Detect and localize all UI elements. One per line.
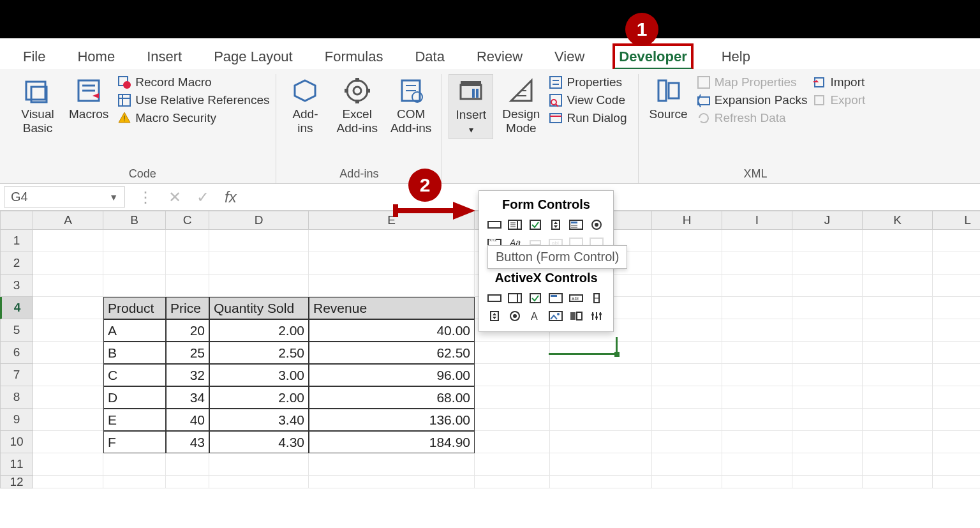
- col-header-A[interactable]: A: [33, 211, 103, 230]
- cell[interactable]: [863, 319, 933, 342]
- tab-home[interactable]: Home: [73, 46, 119, 68]
- cell[interactable]: [475, 476, 550, 488]
- cell[interactable]: [33, 342, 103, 364]
- cell[interactable]: [722, 342, 792, 364]
- table-cell[interactable]: 25: [166, 342, 209, 364]
- ax-more-icon[interactable]: [588, 308, 605, 324]
- ax-textbox-icon[interactable]: abl: [567, 290, 585, 306]
- cell[interactable]: [103, 252, 166, 275]
- cell[interactable]: [792, 319, 863, 342]
- form-spinner-icon[interactable]: [547, 217, 565, 232]
- cell[interactable]: [309, 275, 475, 297]
- cell[interactable]: [933, 297, 980, 319]
- table-cell[interactable]: 2.00: [209, 386, 309, 409]
- cell[interactable]: [209, 453, 309, 476]
- cell[interactable]: [792, 297, 863, 319]
- cell[interactable]: [33, 431, 103, 453]
- table-cell[interactable]: C: [103, 364, 166, 386]
- cell[interactable]: [863, 252, 933, 275]
- row-header-6[interactable]: 6: [0, 342, 33, 364]
- form-option-icon[interactable]: [588, 217, 605, 232]
- cell[interactable]: [652, 409, 722, 431]
- tab-file[interactable]: File: [19, 46, 49, 68]
- tab-view[interactable]: View: [551, 46, 588, 68]
- cell[interactable]: [309, 453, 475, 476]
- record-macro-button[interactable]: Record Macro: [117, 75, 269, 89]
- ax-option-icon[interactable]: [506, 308, 524, 324]
- cell[interactable]: [863, 275, 933, 297]
- excel-addins-button[interactable]: ExcelAdd-ins: [332, 74, 381, 138]
- cell[interactable]: [933, 453, 980, 476]
- cell[interactable]: [652, 476, 722, 488]
- cell[interactable]: [933, 476, 980, 488]
- table-cell[interactable]: 68.00: [309, 386, 475, 409]
- form-button-icon[interactable]: [486, 217, 503, 232]
- cell[interactable]: [652, 297, 722, 319]
- row-header-11[interactable]: 11: [0, 453, 33, 476]
- cell[interactable]: [722, 476, 792, 488]
- design-mode-button[interactable]: DesignMode: [498, 74, 544, 138]
- cell[interactable]: [933, 275, 980, 297]
- run-dialog-button[interactable]: Run Dialog: [549, 111, 627, 125]
- col-header-I[interactable]: I: [722, 211, 792, 230]
- col-header-C[interactable]: C: [166, 211, 209, 230]
- cell[interactable]: [722, 431, 792, 453]
- cell[interactable]: [652, 230, 722, 252]
- expansion-packs-button[interactable]: Expansion Packs: [697, 93, 808, 107]
- ax-image-icon[interactable]: [547, 308, 565, 324]
- cell[interactable]: [33, 297, 103, 319]
- cell[interactable]: [550, 342, 652, 364]
- cell[interactable]: [209, 230, 309, 252]
- table-cell[interactable]: 40.00: [309, 319, 475, 342]
- cell[interactable]: [722, 409, 792, 431]
- table-cell[interactable]: 3.00: [209, 364, 309, 386]
- table-cell[interactable]: 2.50: [209, 342, 309, 364]
- cell[interactable]: [33, 275, 103, 297]
- cell[interactable]: [792, 431, 863, 453]
- table-header-revenue[interactable]: Revenue: [309, 297, 475, 319]
- row-header-1[interactable]: 1: [0, 230, 33, 252]
- macro-security-button[interactable]: ! Macro Security: [117, 111, 269, 125]
- cell[interactable]: [933, 342, 980, 364]
- table-cell[interactable]: 4.30: [209, 431, 309, 453]
- cell[interactable]: [863, 297, 933, 319]
- table-header-price[interactable]: Price: [166, 297, 209, 319]
- cell[interactable]: [166, 453, 209, 476]
- ax-combobox-icon[interactable]: [506, 290, 524, 306]
- name-box[interactable]: G4 ▼: [4, 186, 125, 207]
- cell[interactable]: [933, 409, 980, 431]
- tab-formulas[interactable]: Formulas: [321, 46, 387, 68]
- macros-button[interactable]: Macros: [65, 74, 112, 124]
- cell[interactable]: [933, 431, 980, 453]
- row-header-7[interactable]: 7: [0, 364, 33, 386]
- table-cell[interactable]: B: [103, 342, 166, 364]
- cell[interactable]: [933, 319, 980, 342]
- cell[interactable]: [652, 453, 722, 476]
- table-cell[interactable]: 184.90: [309, 431, 475, 453]
- cell[interactable]: [33, 252, 103, 275]
- table-cell[interactable]: F: [103, 431, 166, 453]
- cell[interactable]: [652, 252, 722, 275]
- cell[interactable]: [166, 275, 209, 297]
- cell[interactable]: [550, 453, 652, 476]
- cell[interactable]: [722, 453, 792, 476]
- cell[interactable]: [863, 476, 933, 488]
- col-header-H[interactable]: H: [652, 211, 722, 230]
- tab-review[interactable]: Review: [473, 46, 526, 68]
- row-header-9[interactable]: 9: [0, 409, 33, 431]
- cell[interactable]: [792, 342, 863, 364]
- col-header-K[interactable]: K: [863, 211, 933, 230]
- cell[interactable]: [652, 275, 722, 297]
- form-combobox-icon[interactable]: [506, 217, 524, 232]
- cell[interactable]: [722, 319, 792, 342]
- cell[interactable]: [166, 476, 209, 488]
- cell[interactable]: [33, 453, 103, 476]
- form-checkbox-icon[interactable]: [526, 217, 544, 232]
- cell[interactable]: [792, 252, 863, 275]
- cell[interactable]: [309, 230, 475, 252]
- table-cell[interactable]: 96.00: [309, 364, 475, 386]
- ax-button-icon[interactable]: [486, 290, 503, 306]
- cell[interactable]: [550, 476, 652, 488]
- ax-scrollbar-icon[interactable]: [588, 290, 605, 306]
- col-header-B[interactable]: B: [103, 211, 166, 230]
